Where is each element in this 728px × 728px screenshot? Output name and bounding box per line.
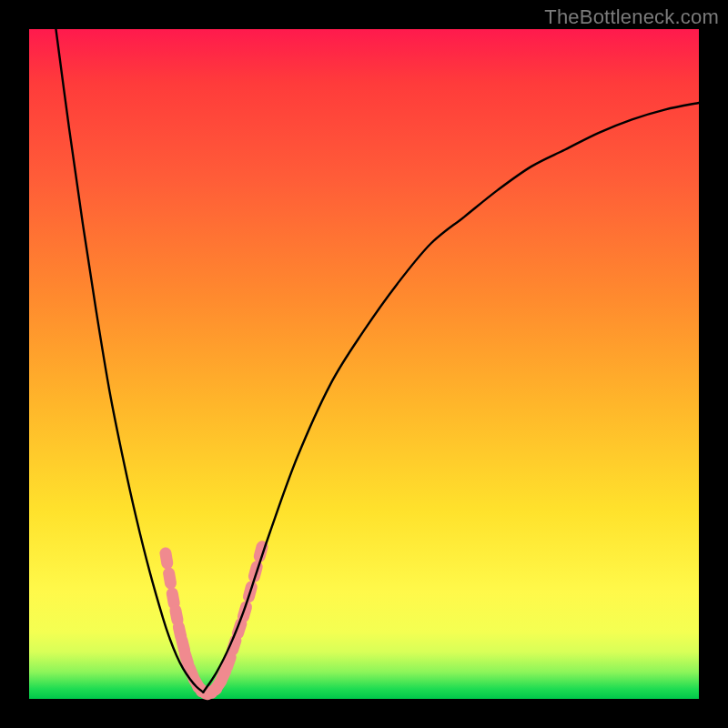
watermark-text: TheBottleneck.com bbox=[544, 5, 719, 29]
series-right-branch bbox=[203, 103, 699, 693]
highlight-marker bbox=[162, 567, 177, 591]
chart-svg bbox=[29, 29, 699, 699]
chart-frame: TheBottleneck.com bbox=[0, 0, 728, 728]
highlight-marker bbox=[158, 547, 174, 571]
highlight-marker bbox=[247, 560, 264, 584]
plot-area bbox=[29, 29, 699, 699]
series-left-branch bbox=[56, 29, 203, 693]
